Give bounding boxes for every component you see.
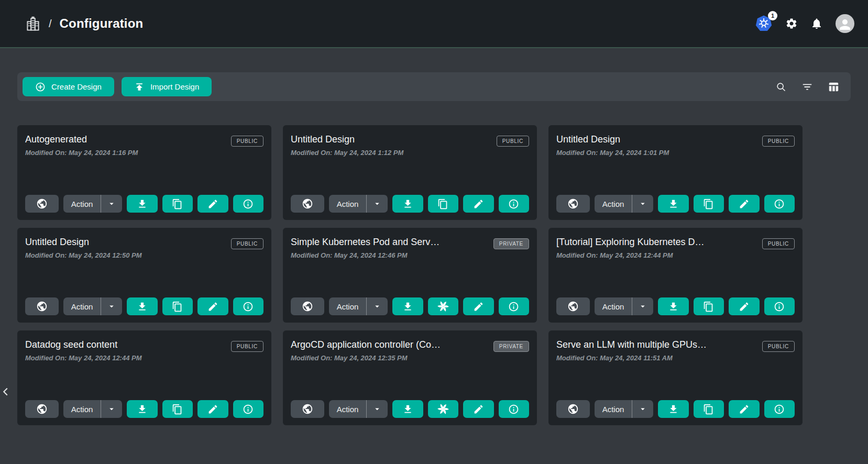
- action-button[interactable]: Action: [329, 195, 367, 213]
- design-card: Untitled Design Modified On: May 24, 202…: [548, 125, 803, 220]
- duplicate-button[interactable]: [694, 297, 724, 315]
- action-button[interactable]: Action: [595, 297, 632, 315]
- download-button[interactable]: [127, 195, 158, 213]
- spiral-action-button[interactable]: [428, 297, 459, 315]
- create-design-button[interactable]: Create Design: [23, 77, 114, 96]
- info-button[interactable]: [233, 400, 264, 418]
- kubernetes-context-button[interactable]: 1: [755, 15, 773, 32]
- action-dropdown-button[interactable]: [367, 195, 388, 213]
- action-split-button: Action: [329, 297, 388, 315]
- caret-down-icon: [638, 199, 647, 208]
- edit-button[interactable]: [729, 400, 760, 418]
- info-button[interactable]: [764, 400, 795, 418]
- design-title: Untitled Design: [291, 134, 403, 145]
- import-design-button[interactable]: Import Design: [122, 77, 212, 96]
- action-button[interactable]: Action: [63, 195, 101, 213]
- duplicate-button[interactable]: [694, 195, 724, 213]
- download-button[interactable]: [392, 297, 423, 315]
- download-button[interactable]: [127, 297, 158, 315]
- table-view-icon: [828, 81, 839, 93]
- table-view-button[interactable]: [828, 81, 839, 93]
- action-button[interactable]: Action: [63, 297, 101, 315]
- duplicate-button[interactable]: [162, 297, 193, 315]
- edit-button[interactable]: [729, 195, 760, 213]
- action-button[interactable]: Action: [63, 400, 101, 418]
- download-button[interactable]: [658, 297, 689, 315]
- action-dropdown-button[interactable]: [101, 400, 122, 418]
- info-button[interactable]: [233, 195, 264, 213]
- card-header: Untitled Design Modified On: May 24, 202…: [291, 134, 529, 157]
- design-card: Untitled Design Modified On: May 24, 202…: [17, 228, 271, 323]
- duplicate-button[interactable]: [162, 195, 193, 213]
- edit-button[interactable]: [197, 297, 228, 315]
- visibility-globe-button[interactable]: [291, 400, 324, 418]
- edit-button[interactable]: [197, 195, 228, 213]
- visibility-globe-button[interactable]: [25, 195, 59, 213]
- settings-button[interactable]: [785, 17, 798, 30]
- action-dropdown-button[interactable]: [632, 400, 653, 418]
- design-card: Untitled Design Modified On: May 24, 202…: [283, 125, 537, 220]
- info-button[interactable]: [764, 195, 795, 213]
- card-action-row: Action: [25, 297, 263, 315]
- design-card: Datadog seed content Modified On: May 24…: [17, 330, 271, 425]
- download-icon: [668, 404, 679, 415]
- action-button[interactable]: Action: [595, 400, 632, 418]
- edit-button[interactable]: [197, 400, 228, 418]
- visibility-globe-button[interactable]: [291, 297, 324, 315]
- caret-down-icon: [638, 404, 647, 414]
- download-button[interactable]: [392, 400, 423, 418]
- card-action-row: Action: [291, 400, 529, 418]
- info-button[interactable]: [233, 297, 264, 315]
- design-modified-date: Modified On: May 24, 2024 12:44 PM: [556, 251, 704, 259]
- edit-button[interactable]: [463, 297, 494, 315]
- visibility-globe-button[interactable]: [25, 400, 59, 418]
- visibility-globe-button[interactable]: [556, 297, 590, 315]
- download-icon: [402, 404, 413, 415]
- page-title: Configuration: [60, 16, 144, 31]
- sidebar-collapse-button[interactable]: [0, 384, 12, 400]
- spiral-action-button[interactable]: [428, 400, 459, 418]
- action-split-button: Action: [63, 297, 122, 315]
- filter-icon: [801, 81, 813, 93]
- breadcrumb: / Configuration: [25, 16, 143, 31]
- filter-button[interactable]: [801, 81, 813, 93]
- action-split-button: Action: [595, 400, 653, 418]
- action-dropdown-button[interactable]: [632, 195, 653, 213]
- duplicate-button[interactable]: [428, 195, 459, 213]
- action-dropdown-button[interactable]: [101, 195, 122, 213]
- download-button[interactable]: [658, 400, 689, 418]
- design-modified-date: Modified On: May 24, 2024 11:51 AM: [556, 354, 707, 362]
- action-dropdown-button[interactable]: [101, 297, 122, 315]
- action-dropdown-button[interactable]: [367, 400, 388, 418]
- profile-button[interactable]: [836, 14, 854, 33]
- action-dropdown-button[interactable]: [367, 297, 388, 315]
- edit-button[interactable]: [463, 400, 494, 418]
- copy-icon: [172, 404, 183, 415]
- duplicate-button[interactable]: [694, 400, 724, 418]
- notifications-button[interactable]: [810, 17, 823, 30]
- info-button[interactable]: [499, 400, 530, 418]
- edit-button[interactable]: [463, 195, 494, 213]
- action-button[interactable]: Action: [595, 195, 632, 213]
- visibility-globe-button[interactable]: [25, 297, 59, 315]
- download-button[interactable]: [392, 195, 423, 213]
- download-button[interactable]: [658, 195, 689, 213]
- visibility-globe-button[interactable]: [556, 400, 590, 418]
- info-button[interactable]: [764, 297, 795, 315]
- design-modified-date: Modified On: May 24, 2024 12:50 PM: [25, 251, 142, 259]
- action-split-button: Action: [329, 400, 388, 418]
- action-button[interactable]: Action: [329, 297, 367, 315]
- visibility-globe-button[interactable]: [556, 195, 590, 213]
- globe-icon: [567, 301, 579, 312]
- building-icon[interactable]: [25, 16, 41, 31]
- search-button[interactable]: [775, 81, 787, 93]
- duplicate-button[interactable]: [162, 400, 193, 418]
- card-header: Simple Kubernetes Pod and Serv… Modified…: [291, 237, 529, 259]
- action-button[interactable]: Action: [329, 400, 367, 418]
- download-button[interactable]: [127, 400, 158, 418]
- info-button[interactable]: [499, 297, 530, 315]
- info-button[interactable]: [499, 195, 530, 213]
- action-dropdown-button[interactable]: [632, 297, 653, 315]
- visibility-globe-button[interactable]: [291, 195, 324, 213]
- edit-button[interactable]: [729, 297, 760, 315]
